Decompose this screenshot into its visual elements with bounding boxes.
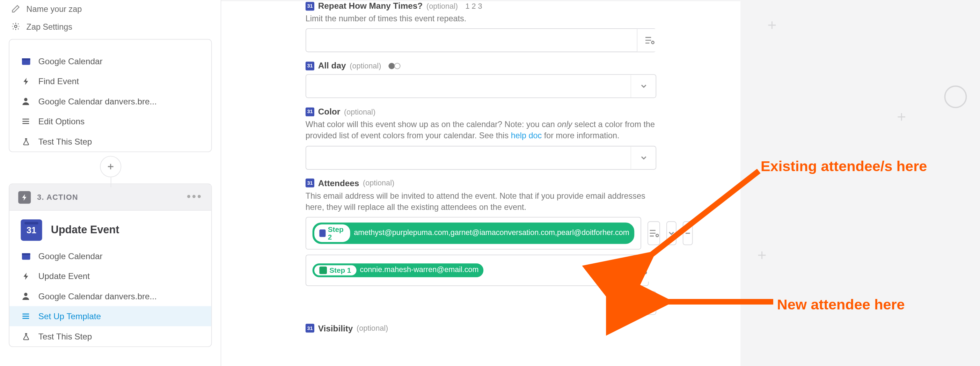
- action-card-header[interactable]: 3. ACTION •••: [10, 184, 211, 211]
- repeat-input[interactable]: [305, 28, 656, 52]
- bolt-icon: [21, 271, 31, 281]
- calendar-mini-icon: 31: [305, 62, 314, 70]
- trigger-row-action[interactable]: Find Event: [10, 71, 211, 91]
- action-step-card: 3. ACTION ••• 31 Update Event Google Cal…: [9, 184, 212, 347]
- attendee-pill-value: amethyst@purplepuma.com,garnet@iamaconve…: [354, 229, 629, 237]
- optional-tag: (optional): [344, 107, 375, 116]
- svg-point-7: [651, 41, 654, 44]
- calendar-icon: [21, 251, 31, 261]
- trigger-row-test-label: Test This Step: [38, 137, 92, 146]
- calendar-mini-icon: 31: [305, 178, 314, 187]
- calendar-pill-icon: [319, 229, 325, 237]
- action-row-template-label: Set Up Template: [38, 312, 101, 321]
- svg-rect-2: [22, 58, 30, 60]
- action-row-app[interactable]: Google Calendar: [10, 246, 211, 266]
- calendar-app-icon: 31: [21, 219, 42, 240]
- optional-tag: (optional): [350, 62, 381, 70]
- color-select[interactable]: [305, 146, 656, 169]
- allday-toggle-hint-icon: [389, 62, 401, 69]
- action-row-app-label: Google Calendar: [38, 251, 103, 261]
- flask-icon: [21, 137, 31, 147]
- sidebar: Name your zap Zap Settings Google Calend…: [0, 0, 221, 366]
- action-row-test[interactable]: Test This Step: [10, 326, 211, 347]
- annotation-arrow-1: [636, 165, 768, 272]
- annotation-new: New attendee here: [777, 296, 905, 313]
- field-color-label: Color: [318, 107, 340, 116]
- svg-point-9: [644, 271, 646, 274]
- trigger-row-action-label: Find Event: [38, 76, 79, 86]
- field-repeat-label: Repeat How Many Times?: [318, 2, 423, 11]
- action-row-template[interactable]: Set Up Template: [10, 306, 211, 326]
- attendee-row-2: Step 1 connie.mahesh-warren@email.com: [305, 255, 656, 286]
- field-color-help: What color will this event show up as on…: [305, 119, 656, 142]
- trigger-row-account-label: Google Calendar danvers.bre...: [38, 96, 157, 106]
- calendar-icon: [21, 56, 31, 66]
- attendee-pill-step1[interactable]: Step 1 connie.mahesh-warren@email.com: [311, 262, 485, 278]
- field-repeat-help: Limit the number of times this event rep…: [305, 13, 656, 25]
- action-bolt-icon: [18, 191, 31, 203]
- trigger-step-card: Google Calendar Find Event Google Calend…: [9, 39, 212, 152]
- svg-point-0: [15, 25, 17, 28]
- user-icon: [21, 96, 31, 106]
- attendee-input-2[interactable]: Step 1 connie.mahesh-warren@email.com: [305, 255, 649, 286]
- action-row-type[interactable]: Update Event: [10, 266, 211, 286]
- field-repeat-extra: 1 2 3: [466, 2, 482, 11]
- add-step-button[interactable]: [100, 156, 121, 177]
- attendee-row-1: Step 2 amethyst@purplepuma.com,garnet@ia…: [305, 217, 656, 250]
- field-visibility-label: Visibility: [318, 324, 353, 333]
- annotation-arrow-2: [652, 293, 778, 312]
- field-repeat: 31 Repeat How Many Times? (optional) 1 2…: [305, 2, 656, 53]
- field-attendees-label: Attendees: [318, 178, 359, 188]
- trigger-row-options[interactable]: Edit Options: [10, 111, 211, 132]
- trigger-card-clip: [10, 42, 211, 51]
- attendee-input-1[interactable]: Step 2 amethyst@purplepuma.com,garnet@ia…: [305, 217, 641, 250]
- calendar-mini-icon: 31: [305, 107, 314, 116]
- field-visibility: 31 Visibility (optional): [305, 324, 656, 333]
- action-row-account[interactable]: Google Calendar danvers.bre...: [10, 286, 211, 306]
- zap-settings-row[interactable]: Zap Settings: [0, 18, 221, 35]
- field-allday: 31 All day (optional): [305, 61, 656, 98]
- attendee-pill-step2[interactable]: Step 2 amethyst@purplepuma.com,garnet@ia…: [311, 221, 636, 245]
- pencil-icon: [11, 5, 20, 13]
- bg-plus-icon: [767, 20, 777, 30]
- action-app-title-row: 31 Update Event: [10, 211, 211, 246]
- bolt-icon: [21, 76, 31, 86]
- svg-point-6: [24, 293, 27, 296]
- calendar-mini-icon: 31: [305, 324, 314, 333]
- help-doc-link[interactable]: help doc: [511, 131, 542, 140]
- trigger-row-app-label: Google Calendar: [38, 56, 103, 66]
- lines-icon: [21, 116, 31, 126]
- gear-icon: [11, 22, 20, 31]
- trigger-row-options-label: Edit Options: [38, 117, 84, 126]
- flask-icon: [21, 331, 31, 342]
- action-row-test-label: Test This Step: [38, 332, 92, 341]
- svg-rect-5: [22, 253, 30, 255]
- field-color: 31 Color (optional) What color will this…: [305, 107, 656, 169]
- bg-circle-icon: [944, 86, 967, 108]
- sheets-pill-icon: [319, 266, 327, 274]
- action-app-title: Update Event: [51, 224, 119, 236]
- calendar-mini-icon: 31: [305, 2, 314, 11]
- allday-select[interactable]: [305, 75, 656, 98]
- field-attendees: 31 Attendees (optional) This email addre…: [305, 178, 656, 315]
- zap-name-placeholder: Name your zap: [27, 4, 82, 14]
- optional-tag: (optional): [363, 178, 394, 187]
- user-icon: [21, 291, 31, 301]
- optional-tag: (optional): [356, 324, 388, 333]
- field-allday-label: All day: [318, 61, 346, 70]
- insert-data-button[interactable]: [637, 29, 660, 52]
- zap-settings-label: Zap Settings: [27, 22, 72, 31]
- lines-icon: [21, 311, 31, 321]
- svg-line-10: [648, 171, 759, 258]
- zap-name-row[interactable]: Name your zap: [0, 0, 221, 18]
- action-row-type-label: Update Event: [38, 271, 90, 281]
- trigger-row-app[interactable]: Google Calendar: [10, 51, 211, 71]
- action-step-label: 3. ACTION: [37, 193, 181, 202]
- svg-point-3: [24, 98, 27, 101]
- field-attendees-help: This email address will be invited to at…: [305, 190, 656, 213]
- attendee-pill-value: connie.mahesh-warren@email.com: [360, 266, 479, 275]
- trigger-row-test[interactable]: Test This Step: [10, 131, 211, 151]
- annotation-existing: Existing attendee/s here: [760, 157, 927, 175]
- action-menu-dots-icon[interactable]: •••: [187, 190, 202, 204]
- trigger-row-account[interactable]: Google Calendar danvers.bre...: [10, 91, 211, 111]
